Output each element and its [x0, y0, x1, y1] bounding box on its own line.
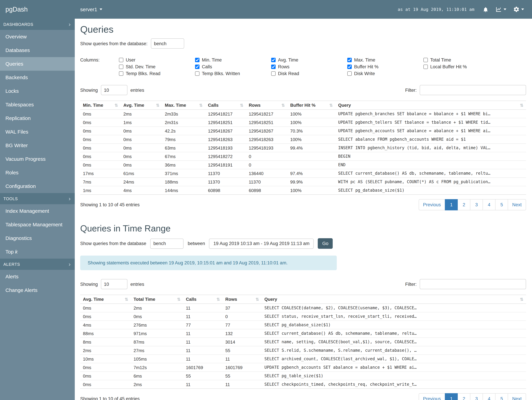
query-link[interactable]: END	[336, 161, 526, 169]
query-link[interactable]: WITH pc AS (SELECT pubname, COUNT(*) AS …	[336, 178, 526, 186]
date-range-input[interactable]	[209, 238, 314, 249]
sort-icon[interactable]: ⇅	[520, 297, 523, 302]
column-header-query[interactable]: Query⇅	[262, 295, 526, 304]
sort-icon[interactable]: ⇅	[199, 103, 203, 108]
query-link[interactable]: SELECT archived_count, COALESCE(last_arc…	[262, 355, 526, 363]
column-header-calls[interactable]: Calls⇅	[183, 295, 222, 304]
page-button-2[interactable]: 2	[457, 393, 470, 400]
sidebar-item-backends[interactable]: Backends	[0, 71, 75, 84]
page-button-previous[interactable]: Previous	[418, 393, 445, 400]
sort-icon[interactable]: ⇅	[520, 103, 523, 108]
query-link[interactable]: INSERT INTO pgbench_history (tid, bid, a…	[336, 144, 526, 152]
page-button-3[interactable]: 3	[470, 393, 483, 400]
column-header-rows[interactable]: Rows⇅	[222, 295, 262, 304]
query-link[interactable]: UPDATE pgbench_accounts SET abalance = a…	[336, 127, 526, 135]
column-checkbox-min-time[interactable]	[195, 58, 199, 62]
sidebar-item-roles[interactable]: Roles	[0, 166, 75, 179]
server-selector[interactable]: server1	[80, 6, 102, 12]
filter-input[interactable]	[420, 85, 526, 95]
sort-icon[interactable]: ⇅	[114, 103, 118, 108]
column-header-max-time[interactable]: Max. Time⇅	[162, 101, 205, 110]
column-checkbox-disk-read[interactable]	[271, 71, 276, 76]
sidebar-item-tablespaces[interactable]: Tablespaces	[0, 98, 75, 111]
query-link[interactable]: SELECT pg_database_size($1)	[336, 186, 526, 195]
sidebar-item-replication[interactable]: Replication	[0, 111, 75, 125]
column-header-avg-time[interactable]: Avg. Time⇅	[80, 295, 131, 304]
sort-icon[interactable]: ⇅	[329, 103, 333, 108]
database-input[interactable]	[151, 38, 184, 49]
column-header-avg-time[interactable]: Avg. Time⇅	[121, 101, 162, 110]
page-button-next[interactable]: Next	[508, 393, 526, 400]
sidebar-item-index-management[interactable]: Index Management	[0, 204, 75, 218]
page-button-1[interactable]: 1	[445, 199, 458, 210]
column-checkbox-max-time[interactable]	[347, 58, 352, 62]
filter-input-2[interactable]	[420, 279, 526, 289]
query-link[interactable]: SELECT S.relid, S.schemaname, S.relname,…	[262, 346, 526, 355]
column-checkbox-temp-blks-written[interactable]	[195, 71, 199, 76]
query-link[interactable]: BEGIN	[336, 152, 526, 161]
column-checkbox-user[interactable]	[119, 58, 123, 62]
query-link[interactable]: UPDATE pgbench_branches SET bbalance = b…	[336, 110, 526, 118]
column-checkbox-temp-blks-read[interactable]	[119, 71, 123, 76]
sidebar-section-tools[interactable]: TOOLS›	[0, 193, 75, 204]
app-logo[interactable]: pgDash	[0, 6, 75, 13]
query-link[interactable]: SELECT checkpoints_timed, checkpoints_re…	[262, 380, 526, 389]
entries-count-input[interactable]	[101, 85, 127, 95]
column-checkbox-local-buffer-hit[interactable]	[424, 64, 428, 69]
sidebar-item-top-k[interactable]: Top k	[0, 245, 75, 259]
sidebar-item-bg-writer[interactable]: BG Writer	[0, 139, 75, 152]
page-button-4[interactable]: 4	[482, 199, 495, 210]
sidebar-section-dashboards[interactable]: DASHBOARDS›	[0, 19, 75, 30]
page-button-2[interactable]: 2	[457, 199, 470, 210]
column-checkbox-avg-time[interactable]	[271, 58, 276, 62]
query-link[interactable]: SELECT name, setting, COALESCE(boot_val,…	[262, 338, 526, 346]
query-link[interactable]: SELECT abalance FROM pgbench_accounts WH…	[336, 135, 526, 144]
page-button-next[interactable]: Next	[508, 199, 526, 210]
sidebar-section-alerts[interactable]: ALERTS›	[0, 259, 75, 270]
query-link[interactable]: SELECT current_database() AS db, scheman…	[336, 169, 526, 178]
column-header-total-time[interactable]: Total Time⇅	[131, 295, 183, 304]
sort-icon[interactable]: ⇅	[125, 297, 128, 302]
sidebar-item-alerts[interactable]: Alerts	[0, 270, 75, 283]
page-button-1[interactable]: 1	[445, 393, 458, 400]
query-link[interactable]: SELECT current_database() AS db, scheman…	[262, 329, 526, 338]
sidebar-item-locks[interactable]: Locks	[0, 84, 75, 98]
column-checkbox-disk-write[interactable]	[347, 71, 352, 76]
sidebar-item-queries[interactable]: Queries	[0, 57, 75, 71]
page-button-3[interactable]: 3	[470, 199, 483, 210]
query-link[interactable]: SELECT COALESCE(datname, $2), COALESCE(u…	[262, 304, 526, 312]
sort-icon[interactable]: ⇅	[177, 297, 180, 302]
notifications-bell-icon[interactable]	[482, 6, 489, 13]
sort-icon[interactable]: ⇅	[281, 103, 285, 108]
sidebar-item-tablespace-management[interactable]: Tablespace Management	[0, 218, 75, 231]
column-header-rows[interactable]: Rows⇅	[246, 101, 287, 110]
column-checkbox-rows[interactable]	[271, 64, 276, 69]
column-header-buffer-hit[interactable]: Buffer Hit %⇅	[287, 101, 336, 110]
column-header-calls[interactable]: Calls⇅	[205, 101, 246, 110]
charts-menu-button[interactable]	[495, 6, 506, 13]
page-button-5[interactable]: 5	[495, 199, 508, 210]
column-checkbox-std-dev-time[interactable]	[119, 64, 123, 69]
query-link[interactable]: UPDATE pgbench_tellers SET tbalance = tb…	[336, 118, 526, 127]
sidebar-item-configuration[interactable]: Configuration	[0, 179, 75, 193]
query-link[interactable]: UPDATE pgbench_accounts SET abalance = a…	[262, 363, 526, 372]
sidebar-item-databases[interactable]: Databases	[0, 44, 75, 57]
settings-gear-menu-button[interactable]	[513, 6, 524, 13]
entries-count-input-2[interactable]	[101, 279, 127, 289]
column-header-query[interactable]: Query⇅	[336, 101, 526, 110]
sidebar-item-diagnostics[interactable]: Diagnostics	[0, 231, 75, 245]
query-link[interactable]: SELECT pg_database_size($1)	[262, 321, 526, 329]
sort-icon[interactable]: ⇅	[240, 103, 243, 108]
page-button-previous[interactable]: Previous	[418, 199, 445, 210]
column-checkbox-calls[interactable]	[195, 64, 199, 69]
column-checkbox-buffer-hit[interactable]	[347, 64, 352, 69]
range-database-input[interactable]	[150, 238, 184, 249]
sidebar-item-overview[interactable]: Overview	[0, 30, 75, 44]
sidebar-item-vacuum-progress[interactable]: Vacuum Progress	[0, 152, 75, 166]
page-button-5[interactable]: 5	[495, 393, 508, 400]
sidebar-item-wal-files[interactable]: WAL Files	[0, 125, 75, 139]
query-link[interactable]: SELECT pg_table_size($1)	[262, 372, 526, 380]
go-button[interactable]: Go	[318, 238, 333, 249]
page-button-4[interactable]: 4	[482, 393, 495, 400]
sort-icon[interactable]: ⇅	[216, 297, 220, 302]
